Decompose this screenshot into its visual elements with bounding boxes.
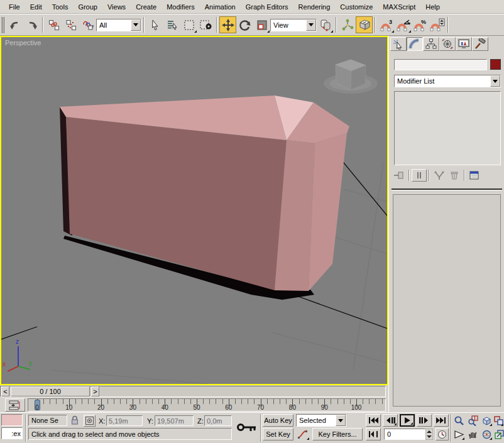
chamfer-box-object[interactable] [60, 96, 349, 300]
tab-display[interactable] [456, 37, 472, 51]
dropdown-arrow-icon[interactable] [490, 75, 500, 87]
menu-help[interactable]: Help [420, 1, 445, 13]
zoom-extents-all-icon [494, 415, 504, 426]
select-and-move-button[interactable] [219, 16, 236, 33]
menu-animation[interactable]: Animation [200, 1, 241, 13]
key-filters-button[interactable]: Key Filters... [312, 428, 363, 440]
open-mini-curve-editor-button[interactable] [5, 398, 25, 412]
time-slider-handle[interactable]: 0 / 100 [11, 386, 90, 397]
previous-frame-button[interactable] [383, 414, 398, 427]
keyboard-shortcut-override-button[interactable] [356, 16, 373, 33]
rect-region-icon [184, 19, 195, 31]
current-frame-field[interactable]: 0 [384, 429, 425, 440]
default-tangents-button[interactable] [296, 428, 310, 440]
selection-filter-dropdown[interactable]: All [96, 19, 141, 31]
zoom-all-button[interactable] [466, 414, 479, 427]
selection-lock-icon[interactable] [70, 415, 79, 425]
menu-edit[interactable]: Edit [25, 1, 47, 13]
menu-create[interactable]: Create [131, 1, 162, 13]
x-coordinate-label: X: [99, 417, 105, 425]
select-and-scale-button[interactable] [253, 16, 270, 33]
arc-rotate-button[interactable] [480, 428, 493, 440]
auto-key-button[interactable]: Auto Key [263, 414, 293, 427]
select-by-name-button[interactable] [163, 16, 180, 33]
go-to-start-button[interactable] [366, 414, 381, 427]
spinner-snap-toggle-button[interactable] [429, 16, 446, 33]
play-animation-button[interactable] [400, 414, 415, 427]
set-keys-button[interactable] [234, 414, 260, 440]
dropdown-arrow-icon[interactable] [336, 415, 346, 426]
menu-maxscript[interactable]: MAXScript [378, 1, 420, 13]
x-coordinate-field[interactable]: 5,19m [106, 415, 143, 426]
min-max-toggle-button[interactable] [494, 428, 504, 440]
zoom-button[interactable] [452, 414, 465, 427]
menu-rendering[interactable]: Rendering [293, 1, 336, 13]
track-bar-ruler[interactable]: 0102030405060708090100 [28, 398, 386, 412]
key-mode-dropdown[interactable]: Selected [296, 414, 346, 427]
menu-views[interactable]: Views [102, 1, 131, 13]
object-color-swatch[interactable] [490, 59, 501, 70]
unlink-selection-button[interactable] [62, 16, 79, 33]
field-of-view-button[interactable] [452, 428, 465, 440]
menu-file[interactable]: File [4, 1, 25, 13]
axis-y-label: y [29, 359, 32, 366]
set-key-button[interactable]: Set Key [263, 428, 293, 440]
configure-modifier-sets-button[interactable] [467, 169, 482, 182]
z-coordinate-field[interactable]: 0,0m [204, 415, 232, 426]
dropdown-arrow-icon[interactable] [131, 19, 141, 31]
menu-graph-editors[interactable]: Graph Editors [241, 1, 293, 13]
time-slider-next-button[interactable]: > [91, 386, 99, 397]
reference-coordinate-dropdown[interactable]: View [270, 19, 317, 31]
window-crossing-toggle-button[interactable] [197, 16, 214, 33]
bind-to-space-warp-button[interactable] [79, 16, 96, 33]
zoom-extents-button[interactable] [480, 414, 493, 427]
tab-modify[interactable] [407, 37, 423, 51]
selection-status-field[interactable]: None Se [28, 415, 67, 426]
select-and-manipulate-button[interactable] [339, 16, 356, 33]
tab-create[interactable] [390, 37, 407, 51]
next-frame-button[interactable] [417, 414, 432, 427]
menu-bar: File Edit Tools Group Views Create Modif… [0, 0, 504, 14]
time-slider-prev-button[interactable]: < [1, 386, 9, 397]
select-and-link-button[interactable] [45, 16, 62, 33]
tab-motion[interactable] [439, 37, 456, 51]
rectangular-selection-region-button[interactable] [180, 16, 197, 33]
viewport-label[interactable]: Perspective [5, 39, 41, 46]
undo-button[interactable] [6, 16, 23, 33]
frame-spinner[interactable] [425, 429, 433, 440]
pin-stack-button[interactable] [392, 169, 407, 182]
absolute-offset-mode-toggle[interactable] [84, 415, 96, 427]
macro-recorder-pane[interactable] [1, 414, 23, 426]
viewcube-gizmo[interactable] [324, 60, 378, 94]
modifier-stack-list[interactable] [394, 91, 501, 165]
angle-snap-toggle-button[interactable] [395, 16, 412, 33]
redo-button[interactable] [23, 16, 40, 33]
menu-modifiers[interactable]: Modifiers [162, 1, 200, 13]
perspective-viewport[interactable]: Perspective [0, 36, 388, 385]
object-name-field[interactable] [394, 59, 487, 70]
make-unique-button[interactable] [432, 169, 447, 182]
show-end-result-button[interactable] [412, 169, 427, 182]
go-to-end-button[interactable] [434, 414, 449, 427]
menu-group[interactable]: Group [73, 1, 102, 13]
menu-tools[interactable]: Tools [47, 1, 74, 13]
pan-view-button[interactable] [466, 428, 479, 440]
toolbar-drag-handle[interactable] [1, 17, 4, 33]
snaps-toggle-3d-button[interactable]: 3 [378, 16, 395, 33]
y-coordinate-field[interactable]: 19,507m [155, 415, 194, 426]
zoom-extents-all-button[interactable] [494, 414, 504, 427]
rotate-icon [239, 19, 251, 31]
percent-snap-toggle-button[interactable]: % [412, 16, 429, 33]
remove-modifier-button[interactable] [447, 169, 462, 182]
dropdown-arrow-icon[interactable] [306, 19, 316, 31]
tab-hierarchy[interactable] [423, 37, 439, 51]
tab-utilities[interactable] [472, 37, 488, 51]
key-mode-toggle-button[interactable] [366, 428, 381, 440]
select-object-button[interactable] [146, 16, 163, 33]
use-pivot-point-center-button[interactable] [317, 16, 334, 33]
modifier-list-dropdown[interactable]: Modifier List [394, 75, 501, 87]
select-and-rotate-button[interactable] [236, 16, 253, 33]
maxscript-mini-listener[interactable]: :ex [1, 427, 23, 439]
time-configuration-button[interactable] [436, 428, 449, 440]
menu-customize[interactable]: Customize [335, 1, 378, 13]
